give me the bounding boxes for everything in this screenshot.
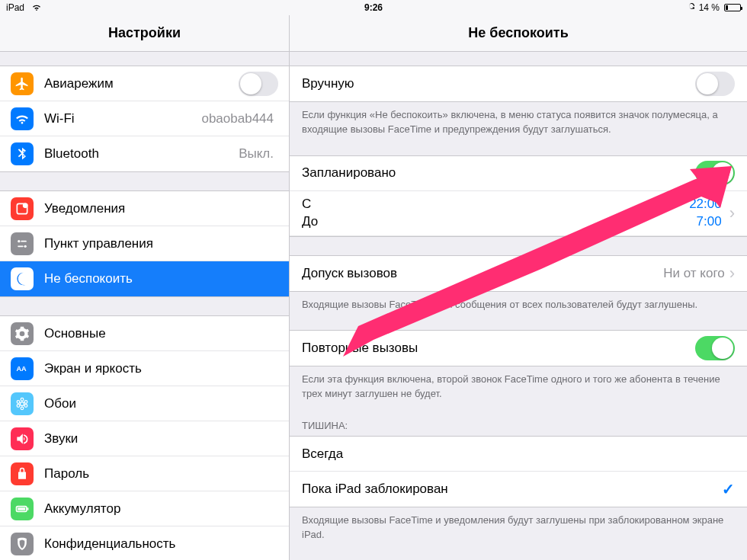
manual-switch[interactable]: [695, 72, 735, 96]
statusbar: iPad 9:26 14 %: [0, 0, 747, 15]
allow-calls-row[interactable]: Допуск вызовов Ни от кого ›: [290, 256, 747, 291]
svg-rect-15: [27, 507, 29, 510]
schedule-time-row[interactable]: С До 22:00 7:00 ›: [290, 191, 747, 236]
status-left: iPad: [6, 2, 42, 13]
svg-text:AA: AA: [17, 364, 27, 372]
sidebar-item-bluetooth[interactable]: BluetoothВыкл.: [0, 136, 289, 171]
svg-point-12: [17, 404, 20, 407]
sidebar-item-label: Конфиденциальность: [44, 536, 278, 552]
display-icon: AA: [11, 357, 34, 380]
allow-calls-note: Входящие вызовы FaceTime или сообщения о…: [290, 292, 747, 312]
sidebar-item-general[interactable]: Основные: [0, 316, 289, 351]
scheduled-label: Запланировано: [302, 165, 695, 181]
sidebar-item-controlcenter[interactable]: Пункт управления: [0, 226, 289, 261]
sidebar-scroll[interactable]: АвиарежимWi-Fiobaobab444BluetoothВыкл. У…: [0, 52, 289, 560]
wifi-icon: [11, 107, 34, 130]
bluetooth-icon: [11, 142, 34, 165]
svg-point-2: [18, 240, 20, 242]
sidebar-item-label: Экран и яркость: [44, 361, 278, 376]
status-time: 9:26: [364, 2, 383, 13]
battery-icon: [724, 4, 741, 11]
sidebar-item-sounds[interactable]: Звуки: [0, 421, 289, 456]
silence-header: ТИШИНА:: [290, 420, 747, 436]
allow-calls-label: Допуск вызовов: [302, 266, 663, 281]
repeated-calls-switch[interactable]: [695, 336, 735, 360]
svg-point-7: [21, 402, 24, 405]
repeated-calls-label: Повторные вызовы: [302, 341, 695, 356]
svg-rect-5: [18, 245, 24, 247]
silence-option-0[interactable]: Всегда: [290, 437, 747, 472]
sidebar-item-label: Не беспокоить: [44, 271, 278, 286]
silence-note: Входящие вызовы FaceTime и уведомления б…: [290, 507, 747, 542]
manual-note: Если функция «Не беспокоить» включена, в…: [290, 102, 747, 137]
detail-title: Не беспокоить: [290, 15, 747, 52]
silence-option-1[interactable]: Пока iPad заблокирован✓: [290, 472, 747, 507]
time-labels: С До: [302, 196, 318, 231]
status-right: 14 %: [687, 2, 741, 14]
sidebar-item-display[interactable]: AAЭкран и яркость: [0, 351, 289, 386]
silence-option-label: Пока iPad заблокирован: [302, 482, 722, 497]
time-values: 22:00 7:00: [689, 196, 722, 231]
svg-point-4: [24, 245, 27, 247]
wallpaper-icon: [11, 392, 34, 415]
passcode-icon: [11, 462, 34, 485]
sidebar-item-airplane[interactable]: Авиарежим: [0, 66, 289, 101]
sidebar-item-label: Обои: [44, 396, 278, 411]
sidebar-item-label: Авиарежим: [44, 76, 239, 91]
sidebar-item-label: Пароль: [44, 466, 278, 482]
manual-label: Вручную: [302, 76, 695, 91]
repeated-calls-row[interactable]: Повторные вызовы: [290, 331, 747, 366]
svg-point-10: [24, 404, 27, 407]
bluetooth-value: Выкл.: [239, 146, 274, 162]
sidebar-item-notifications[interactable]: Уведомления: [0, 191, 289, 226]
allow-calls-value: Ни от кого: [663, 266, 724, 281]
repeated-calls-note: Если эта функция включена, второй звонок…: [290, 366, 747, 402]
to-label: До: [302, 213, 318, 231]
from-label: С: [302, 196, 318, 213]
sidebar-item-label: Wi-Fi: [44, 111, 201, 126]
manual-row[interactable]: Вручную: [290, 66, 747, 101]
device-name: iPad: [6, 2, 24, 13]
sidebar-item-label: Bluetooth: [44, 146, 239, 162]
orientation-lock-icon: [687, 2, 696, 14]
svg-point-8: [21, 398, 24, 401]
sounds-icon: [11, 427, 34, 450]
sidebar-item-dnd[interactable]: Не беспокоить: [0, 261, 289, 296]
batt-icon: [11, 498, 34, 520]
chevron-right-icon: ›: [729, 264, 735, 283]
scheduled-switch[interactable]: [695, 161, 735, 185]
privacy-icon: [11, 533, 34, 555]
sidebar-item-label: Пункт управления: [44, 236, 278, 251]
sidebar-item-wallpaper[interactable]: Обои: [0, 386, 289, 421]
svg-point-11: [21, 407, 24, 410]
airplane-switch[interactable]: [239, 72, 278, 96]
sidebar-item-wifi[interactable]: Wi-Fiobaobab444: [0, 101, 289, 136]
airplane-icon: [11, 72, 34, 95]
from-value: 22:00: [689, 196, 722, 213]
checkmark-icon: ✓: [722, 480, 735, 498]
wifi-value: obaobab444: [201, 111, 274, 126]
sidebar-item-label: Аккумулятор: [44, 501, 278, 517]
chevron-right-icon: ›: [729, 203, 735, 223]
svg-point-13: [17, 400, 20, 403]
svg-point-1: [23, 203, 28, 208]
detail-pane: Не беспокоить Вручную Если функция «Не б…: [290, 15, 747, 560]
sidebar-item-label: Звуки: [44, 431, 278, 446]
detail-scroll[interactable]: Вручную Если функция «Не беспокоить» вкл…: [290, 52, 747, 560]
sidebar-item-label: Уведомления: [44, 201, 278, 216]
sidebar-item-privacy[interactable]: Конфиденциальность: [0, 526, 289, 560]
control-icon: [11, 232, 34, 255]
scheduled-row[interactable]: Запланировано: [290, 156, 747, 191]
svg-rect-16: [18, 507, 25, 510]
sidebar-item-passcode[interactable]: Пароль: [0, 456, 289, 491]
battery-percent: 14 %: [699, 2, 720, 13]
sidebar-item-battery[interactable]: Аккумулятор: [0, 491, 289, 526]
silence-option-label: Всегда: [302, 446, 735, 462]
sidebar-title: Настройки: [0, 15, 289, 52]
wifi-icon: [31, 2, 42, 13]
moon-icon: [11, 267, 34, 290]
to-value: 7:00: [689, 213, 722, 231]
svg-rect-3: [21, 240, 27, 242]
notif-icon: [11, 197, 34, 220]
sidebar: Настройки АвиарежимWi-Fiobaobab444Blueto…: [0, 15, 290, 560]
